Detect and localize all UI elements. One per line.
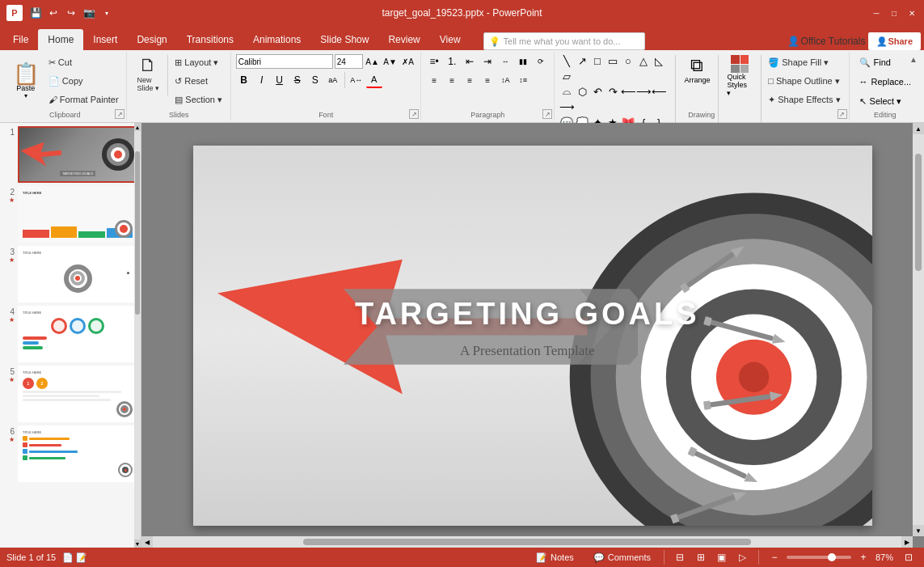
italic-button[interactable]: I [254, 72, 270, 88]
redo-button[interactable]: ↪ [63, 5, 79, 21]
zoom-level[interactable]: 87% [875, 552, 893, 562]
round-rect-shape[interactable]: ▭ [605, 53, 620, 68]
bullets-button[interactable]: ≡• [426, 53, 442, 70]
small-caps-button[interactable]: aA [325, 72, 341, 88]
rtl-button[interactable]: ↔ [497, 53, 513, 70]
minimize-button[interactable]: ─ [871, 7, 882, 19]
format-painter-button[interactable]: 🖌 Format Painter [45, 91, 122, 108]
slide-thumb-1[interactable]: 1 TARGETING [3, 126, 137, 183]
normal-view-button[interactable]: ⊟ [671, 550, 689, 565]
scroll-down-btn[interactable]: ▼ [134, 539, 141, 548]
customize-qat[interactable]: ▾ [99, 5, 115, 21]
layout-button[interactable]: ⊞ Layout ▾ [171, 53, 226, 71]
cut-button[interactable]: ✂ Cut [45, 53, 122, 71]
decrease-indent-button[interactable]: ⇤ [462, 53, 478, 70]
vertical-scrollbar[interactable]: ▲ ▼ [913, 123, 924, 536]
convert-button[interactable]: ⟳ [533, 53, 549, 70]
find-button[interactable]: 🔍 Find [854, 53, 896, 71]
font-size-input[interactable]: 24 [335, 54, 363, 69]
horizontal-scrollbar[interactable]: ◀ ▶ [141, 536, 913, 548]
section-button[interactable]: ▤ Section ▾ [171, 91, 226, 108]
circle-shape[interactable]: ○ [621, 53, 635, 68]
shape-fill-button[interactable]: 🪣 Shape Fill ▾ [765, 53, 843, 71]
new-slide-button[interactable]: 🗋 NewSlide ▾ [132, 53, 164, 94]
font-color-button[interactable]: A [366, 72, 382, 88]
office-tutorials-button[interactable]: 👤 Office Tutorials [787, 36, 866, 47]
tab-review[interactable]: Review [378, 29, 429, 50]
decrease-font-button[interactable]: A▼ [382, 53, 399, 70]
drawing-expand[interactable]: ↗ [838, 109, 847, 119]
tell-me-input[interactable]: 💡 Tell me what you want to do... [483, 32, 645, 50]
quick-styles-button[interactable]: QuickStyles ▾ [722, 53, 757, 99]
clear-format-button[interactable]: ✗A [400, 53, 416, 70]
tab-view[interactable]: View [430, 29, 470, 50]
slide-thumb-3[interactable]: 3★ TITLE HERE [3, 246, 137, 303]
vscroll-track[interactable] [913, 134, 924, 525]
font-face-input[interactable] [236, 54, 333, 69]
main-slide-canvas[interactable]: TARGETING GOALS A Presentation Template [193, 146, 872, 526]
up-arrow[interactable]: ⟵ [652, 84, 666, 99]
select-button[interactable]: ↖ Select ▾ [854, 92, 907, 110]
arrange-button[interactable]: ⧉ Arrange [679, 53, 715, 86]
paragraph-expand[interactable]: ↗ [542, 109, 552, 119]
reset-button[interactable]: ↺ Reset [171, 72, 226, 90]
vscroll-down[interactable]: ▼ [913, 525, 924, 536]
vscroll-up[interactable]: ▲ [913, 123, 924, 134]
undo-button[interactable]: ↩ [45, 5, 61, 21]
hscroll-left[interactable]: ◀ [141, 536, 153, 548]
triangle-shape[interactable]: △ [636, 53, 651, 68]
ribbon-collapse-button[interactable]: ▲ [909, 55, 918, 64]
rtriangle-shape[interactable]: ◺ [652, 53, 666, 68]
slide-sorter-button[interactable]: ⊞ [692, 550, 710, 565]
zoom-in-button[interactable]: + [854, 550, 872, 565]
notes-button[interactable]: 📝 Notes [530, 552, 580, 563]
reading-view-button[interactable]: ▣ [713, 550, 731, 565]
hex-shape[interactable]: ⬡ [575, 84, 589, 99]
tab-insert[interactable]: Insert [83, 29, 127, 50]
slideshow-button[interactable]: ▷ [734, 550, 752, 565]
slide-img-4[interactable]: TITLE HERE [18, 306, 137, 362]
curved-arrow2[interactable]: ↷ [605, 84, 620, 99]
text-direction-button[interactable]: ↕A [497, 72, 513, 88]
shadow-button[interactable]: S [307, 72, 323, 88]
scroll-track-v[interactable] [134, 131, 141, 539]
clipboard-expand[interactable]: ↗ [115, 109, 124, 119]
zoom-out-button[interactable]: − [766, 550, 783, 565]
fit-to-window-button[interactable]: ⊡ [900, 550, 918, 565]
shape-effects-button[interactable]: ✦ Shape Effects ▾ [765, 91, 843, 108]
line-spacing-button[interactable]: ↕≡ [515, 72, 531, 88]
zoom-slider[interactable] [787, 556, 851, 559]
save-button[interactable]: 💾 [27, 5, 44, 21]
slide-img-3[interactable]: TITLE HERE [18, 246, 137, 303]
rect-shape[interactable]: □ [590, 53, 605, 68]
font-expand[interactable]: ↗ [409, 109, 419, 119]
tab-design[interactable]: Design [127, 29, 176, 50]
tab-transitions[interactable]: Transitions [177, 29, 243, 50]
align-left-button[interactable]: ≡ [426, 72, 442, 88]
shape-outline-button[interactable]: □ Shape Outline ▾ [765, 72, 843, 90]
underline-button[interactable]: U [272, 72, 288, 88]
right-arrow[interactable]: ⟶ [636, 84, 651, 99]
slide-img-5[interactable]: TITLE HERE 1 2 [18, 366, 137, 422]
increase-indent-button[interactable]: ⇥ [479, 53, 496, 70]
hscroll-track[interactable] [154, 539, 900, 545]
hscroll-right[interactable]: ▶ [901, 536, 913, 548]
slide-img-6[interactable]: TITLE HERE [18, 425, 137, 482]
left-arrow[interactable]: ⟵ [621, 84, 635, 99]
slide-thumb-2[interactable]: 2★ TITLE HERE [3, 186, 137, 243]
replace-button[interactable]: ↔ Replace... [854, 73, 917, 91]
slide-thumb-6[interactable]: 6★ TITLE HERE [3, 425, 137, 482]
align-right-button[interactable]: ≡ [462, 72, 478, 88]
paste-button[interactable]: 📋 Paste ▾ [8, 53, 44, 108]
line-shape[interactable]: ╲ [559, 53, 574, 68]
share-button[interactable]: 👤 Share [868, 32, 921, 50]
numbering-button[interactable]: 1. [444, 53, 460, 70]
strikethrough-button[interactable]: S [289, 72, 306, 88]
curved-arrow1[interactable]: ↶ [590, 84, 605, 99]
slide-notes-info[interactable]: 📄 📝 [62, 552, 87, 563]
presentation-button[interactable]: 📷 [81, 5, 97, 21]
copy-button[interactable]: 📄 Copy [45, 72, 122, 90]
scroll-up-btn[interactable]: ▲ [134, 123, 141, 131]
columns-button[interactable]: ▮▮ [515, 53, 531, 70]
align-center-button[interactable]: ≡ [444, 72, 460, 88]
